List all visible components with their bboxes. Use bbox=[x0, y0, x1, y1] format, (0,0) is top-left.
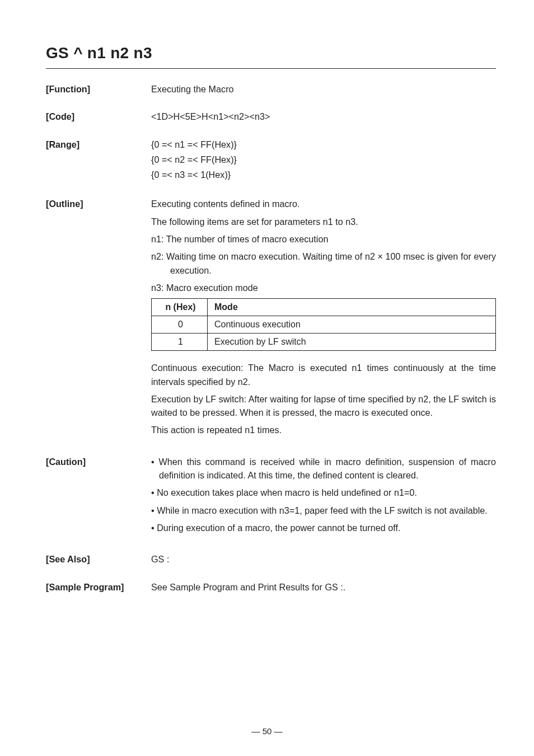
value-function: Executing the Macro bbox=[151, 82, 496, 96]
table-header: n (Hex) bbox=[152, 299, 208, 316]
label-code: [Code] bbox=[46, 110, 151, 123]
value-outline: Executing contents defined in macro. The… bbox=[151, 197, 496, 440]
table-header-row: n (Hex) Mode bbox=[152, 299, 496, 316]
outline-line: n2: Waiting time on macro execution. Wai… bbox=[151, 250, 496, 277]
table-cell: Execution by LF switch bbox=[208, 334, 496, 351]
table-cell: 1 bbox=[152, 334, 208, 351]
table-header: Mode bbox=[208, 299, 496, 316]
value-range: {0 =< n1 =< FF(Hex)} {0 =< n2 =< FF(Hex)… bbox=[151, 138, 496, 184]
page-number: — 50 — bbox=[0, 725, 534, 738]
section-outline: [Outline] Executing contents defined in … bbox=[46, 197, 496, 440]
outline-after: Continuous execution: The Macro is execu… bbox=[151, 361, 496, 388]
range-line: {0 =< n3 =< 1(Hex)} bbox=[151, 168, 496, 181]
section-sample: [Sample Program] See Sample Program and … bbox=[46, 580, 496, 594]
value-code: <1D>H<5E>H<n1><n2><n3> bbox=[151, 110, 496, 123]
outline-line: The following items are set for paramete… bbox=[151, 215, 496, 228]
section-function: [Function] Executing the Macro bbox=[46, 82, 496, 96]
value-seealso: GS : bbox=[151, 552, 496, 566]
range-line: {0 =< n1 =< FF(Hex)} bbox=[151, 138, 496, 151]
outline-line: n3: Macro execution mode bbox=[151, 281, 496, 294]
caution-bullet: • No execution takes place when macro is… bbox=[151, 486, 496, 499]
range-line: {0 =< n2 =< FF(Hex)} bbox=[151, 153, 496, 166]
table-cell: 0 bbox=[152, 316, 208, 334]
section-code: [Code] <1D>H<5E>H<n1><n2><n3> bbox=[46, 110, 496, 123]
section-range: [Range] {0 =< n1 =< FF(Hex)} {0 =< n2 =<… bbox=[46, 138, 496, 184]
page-title: GS ^ n1 n2 n3 bbox=[46, 41, 496, 65]
label-range: [Range] bbox=[46, 138, 151, 184]
section-seealso: [See Also] GS : bbox=[46, 552, 496, 566]
outline-line: n1: The number of times of macro executi… bbox=[151, 232, 496, 246]
table-row: 0 Continuous execution bbox=[152, 316, 496, 334]
outline-after: Execution by LF switch: After waiting fo… bbox=[151, 392, 496, 420]
caution-bullet: • While in macro execution with n3=1, pa… bbox=[151, 504, 496, 517]
label-outline: [Outline] bbox=[46, 197, 151, 440]
outline-line: Executing contents defined in macro. bbox=[151, 197, 496, 210]
section-caution: [Caution] • When this command is receive… bbox=[46, 455, 496, 538]
table-row: 1 Execution by LF switch bbox=[152, 334, 496, 351]
outline-after: This action is repeated n1 times. bbox=[151, 423, 496, 436]
caution-bullet: • During execution of a macro, the power… bbox=[151, 521, 496, 534]
label-sample: [Sample Program] bbox=[46, 580, 151, 594]
label-seealso: [See Also] bbox=[46, 552, 151, 566]
caution-bullet: • When this command is received while in… bbox=[151, 455, 496, 482]
value-caution: • When this command is received while in… bbox=[151, 455, 496, 538]
label-function: [Function] bbox=[46, 82, 151, 96]
value-sample: See Sample Program and Print Results for… bbox=[151, 580, 496, 594]
label-caution: [Caution] bbox=[46, 455, 151, 538]
mode-table: n (Hex) Mode 0 Continuous execution 1 Ex… bbox=[151, 298, 496, 351]
title-rule bbox=[46, 68, 496, 69]
table-cell: Continuous execution bbox=[208, 316, 496, 334]
